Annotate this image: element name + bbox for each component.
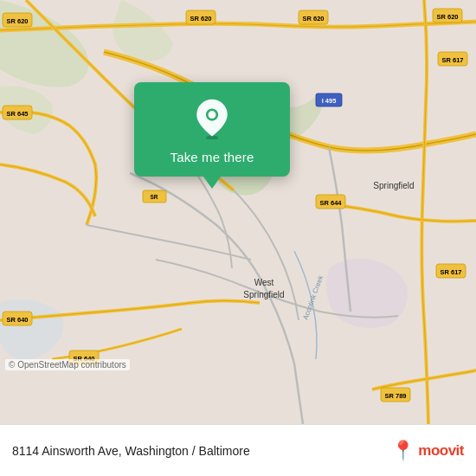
location-pin-icon xyxy=(191,98,233,139)
svg-text:Springfield: Springfield xyxy=(373,181,414,190)
navigation-popup: Take me there xyxy=(134,82,290,177)
svg-text:SR 620: SR 620 xyxy=(6,17,28,25)
svg-text:SR 620: SR 620 xyxy=(190,15,211,23)
svg-text:SR 617: SR 617 xyxy=(441,56,463,64)
moovit-brand-text: moovit xyxy=(418,442,464,460)
svg-text:Springfield: Springfield xyxy=(243,290,284,299)
svg-text:SR 640: SR 640 xyxy=(6,316,28,324)
svg-text:SR 620: SR 620 xyxy=(302,15,324,23)
svg-text:SR 645: SR 645 xyxy=(6,110,28,118)
svg-text:SR: SR xyxy=(150,194,158,200)
svg-text:West: West xyxy=(254,278,274,287)
svg-text:SR 789: SR 789 xyxy=(384,392,406,400)
bottom-bar: 8114 Ainsworth Ave, Washington / Baltimo… xyxy=(0,424,476,476)
take-me-there-button[interactable]: Take me there xyxy=(170,148,254,166)
svg-text:SR 644: SR 644 xyxy=(319,199,342,207)
copyright-text: © OpenStreetMap contributors xyxy=(5,359,130,370)
address-label: 8114 Ainsworth Ave, Washington / Baltimo… xyxy=(12,444,250,458)
map-container: SR 620 SR 620 SR 620 SR 620 SR 645 SR 61… xyxy=(0,0,476,424)
svg-text:I 495: I 495 xyxy=(322,97,337,105)
svg-point-33 xyxy=(209,111,216,119)
svg-text:SR 620: SR 620 xyxy=(436,13,458,21)
moovit-pin-icon: 📍 xyxy=(391,441,415,460)
svg-text:SR 617: SR 617 xyxy=(440,268,461,276)
moovit-logo: 📍 moovit xyxy=(391,441,464,460)
